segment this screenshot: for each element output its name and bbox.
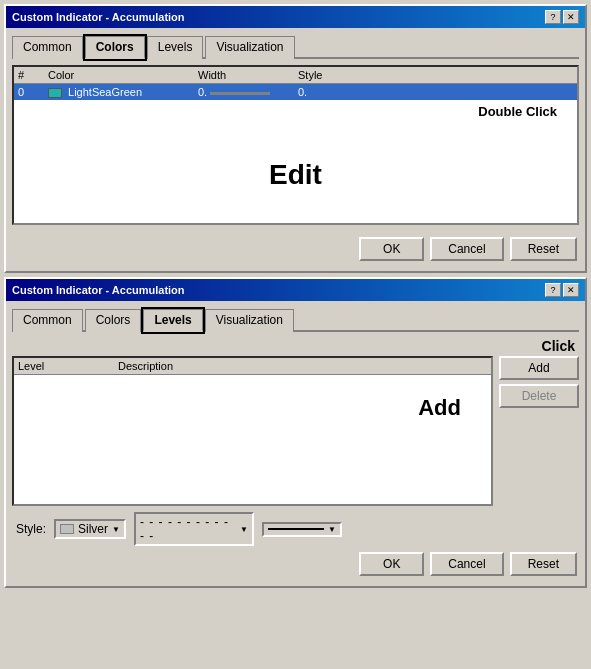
- delete-level-button[interactable]: Delete: [499, 384, 579, 408]
- dash-select-arrow: ▼: [240, 525, 248, 534]
- color-select-value: Silver: [78, 522, 108, 536]
- dialog2-buttons: OK Cancel Reset: [12, 548, 579, 580]
- dialog2-title: Custom Indicator - Accumulation: [12, 284, 185, 296]
- dash-select[interactable]: - - - - - - - - - - - - ▼: [134, 512, 254, 546]
- line-select[interactable]: ▼: [262, 522, 342, 537]
- title-bar-controls-2: ? ✕: [545, 283, 579, 297]
- add-level-button[interactable]: Add: [499, 356, 579, 380]
- help-button-1[interactable]: ?: [545, 10, 561, 24]
- colors-panel: # Color Width Style 0 LightSeaGreen 0. 0…: [12, 65, 579, 225]
- row-width: 0.: [198, 86, 298, 98]
- row-index: 0: [18, 86, 48, 98]
- width-slider: [210, 92, 270, 95]
- title-bar-controls-1: ? ✕: [545, 10, 579, 24]
- col-width: Width: [198, 69, 298, 81]
- col-color: Color: [48, 69, 198, 81]
- dialog2: Custom Indicator - Accumulation ? ✕ Comm…: [4, 277, 587, 588]
- col-style: Style: [298, 69, 573, 81]
- dialog1-buttons: OK Cancel Reset: [12, 233, 579, 265]
- help-button-2[interactable]: ?: [545, 283, 561, 297]
- tab-bar-1: Common Colors Levels Visualization: [12, 34, 579, 59]
- tab-common-1[interactable]: Common: [12, 36, 83, 59]
- cancel-button-1[interactable]: Cancel: [430, 237, 503, 261]
- reset-button-2[interactable]: Reset: [510, 552, 577, 576]
- levels-table-header: Level Description: [14, 358, 491, 375]
- close-button-2[interactable]: ✕: [563, 283, 579, 297]
- tab-common-2[interactable]: Common: [12, 309, 83, 332]
- dash-select-value: - - - - - - - - - - - -: [140, 515, 236, 543]
- title-bar-2: Custom Indicator - Accumulation ? ✕: [6, 279, 585, 301]
- table-header: # Color Width Style: [14, 67, 577, 84]
- edit-label: Edit: [14, 119, 577, 201]
- levels-panel: Level Description Add Add Delete: [12, 356, 579, 506]
- tab-levels-1[interactable]: Levels: [147, 36, 204, 59]
- line-select-arrow: ▼: [328, 525, 336, 534]
- add-hint-label: Add: [418, 395, 461, 421]
- levels-col-desc: Description: [118, 360, 487, 372]
- color-select[interactable]: Silver ▼: [54, 519, 126, 539]
- style-row: Style: Silver ▼ - - - - - - - - - - - - …: [12, 506, 579, 548]
- ok-button-2[interactable]: OK: [359, 552, 424, 576]
- col-hash: #: [18, 69, 48, 81]
- dialog2-content: Common Colors Levels Visualization Click…: [6, 301, 585, 586]
- double-click-hint: Double Click: [14, 100, 577, 119]
- tab-levels-2[interactable]: Levels: [143, 309, 202, 332]
- tab-colors-1[interactable]: Colors: [85, 36, 145, 59]
- dialog1: Custom Indicator - Accumulation ? ✕ Comm…: [4, 4, 587, 273]
- levels-col-level: Level: [18, 360, 118, 372]
- style-label: Style:: [16, 522, 46, 536]
- dialog1-title: Custom Indicator - Accumulation: [12, 11, 185, 23]
- silver-swatch: [60, 524, 74, 534]
- reset-button-1[interactable]: Reset: [510, 237, 577, 261]
- dialog1-content: Common Colors Levels Visualization # Col…: [6, 28, 585, 271]
- tab-visualization-1[interactable]: Visualization: [205, 36, 294, 59]
- cancel-button-2[interactable]: Cancel: [430, 552, 503, 576]
- color-select-arrow: ▼: [112, 525, 120, 534]
- levels-buttons: Add Delete: [499, 356, 579, 506]
- tab-bar-2: Common Colors Levels Visualization: [12, 307, 579, 332]
- close-button-1[interactable]: ✕: [563, 10, 579, 24]
- row-style: 0.: [298, 86, 573, 98]
- color-swatch: [48, 88, 62, 98]
- ok-button-1[interactable]: OK: [359, 237, 424, 261]
- click-label: Click: [542, 338, 575, 354]
- table-row[interactable]: 0 LightSeaGreen 0. 0.: [14, 84, 577, 100]
- title-bar-1: Custom Indicator - Accumulation ? ✕: [6, 6, 585, 28]
- tab-visualization-2[interactable]: Visualization: [205, 309, 294, 332]
- row-color: LightSeaGreen: [48, 86, 198, 98]
- tab-colors-2[interactable]: Colors: [85, 309, 142, 332]
- line-select-value: [268, 528, 324, 530]
- levels-table: Level Description Add: [12, 356, 493, 506]
